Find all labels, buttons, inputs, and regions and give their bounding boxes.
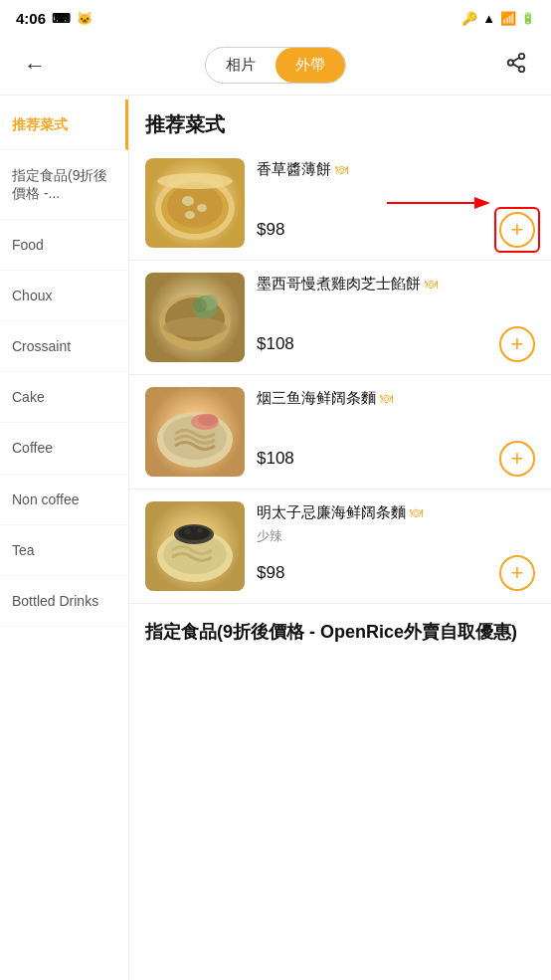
svg-point-11: [157, 173, 233, 189]
svg-point-7: [167, 184, 223, 228]
main-layout: 推荐菜式 指定食品(9折後價格 -... Food Choux Crossain…: [0, 96, 551, 980]
time-display: 4:06: [16, 10, 46, 27]
item3-info: 烟三鱼海鲜阔条麵 🍽 $108 +: [257, 387, 535, 477]
chef-icon-4: 🍽: [410, 505, 423, 520]
sandwich-image: [150, 278, 240, 357]
sidebar: 推荐菜式 指定食品(9折後價格 -... Food Choux Crossain…: [0, 96, 129, 980]
pizza-image: [150, 163, 240, 243]
tab-photos[interactable]: 相片: [206, 48, 276, 83]
sidebar-item-tea[interactable]: Tea: [0, 525, 128, 576]
section1-heading: 推荐菜式: [129, 96, 551, 146]
wifi-icon: ▲: [482, 11, 495, 26]
sidebar-item-coffee[interactable]: Coffee: [0, 423, 128, 474]
item4-name: 明太子忌廉海鲜阔条麵 🍽: [257, 501, 535, 522]
item3-image: [145, 387, 245, 477]
signal-icon: 📶: [500, 11, 516, 26]
svg-point-28: [185, 528, 191, 534]
pasta2-image: [150, 506, 240, 586]
sidebar-item-special[interactable]: 指定食品(9折後價格 -...: [0, 150, 128, 219]
sidebar-item-crossaint[interactable]: Crossaint: [0, 321, 128, 372]
menu-item: 墨西哥慢煮雞肉芝士餡餅 🍽 $108 +: [129, 261, 551, 375]
svg-point-9: [197, 204, 207, 212]
item1-name: 香草醬薄餅 🍽: [257, 158, 535, 179]
item1-image: [145, 158, 245, 248]
svg-point-29: [198, 528, 203, 533]
sidebar-item-choux[interactable]: Choux: [0, 271, 128, 321]
content-area: 推荐菜式 香草: [129, 96, 551, 980]
item4-info: 明太子忌廉海鲜阔条麵 🍽 少辣 $98 +: [257, 501, 535, 591]
svg-point-8: [182, 196, 194, 206]
sidebar-item-food[interactable]: Food: [0, 220, 128, 271]
item4-add-button[interactable]: +: [499, 555, 535, 591]
item2-price-row: $108 +: [257, 326, 535, 362]
svg-point-16: [163, 317, 227, 337]
sidebar-item-cake[interactable]: Cake: [0, 372, 128, 423]
chef-icon: 🍽: [335, 162, 348, 177]
item2-add-button[interactable]: +: [499, 326, 535, 362]
menu-item: 明太子忌廉海鲜阔条麵 🍽 少辣 $98 +: [129, 490, 551, 604]
item1-add-button[interactable]: +: [499, 212, 535, 248]
keyboard-icon: ⌨: [52, 11, 71, 26]
item3-price-row: $108 +: [257, 441, 535, 477]
cat-icon: 🐱: [77, 11, 92, 26]
status-time: 4:06 ⌨ 🐱: [16, 10, 92, 27]
svg-point-19: [193, 298, 207, 312]
status-icons: 🔑 ▲ 📶 🔋: [461, 11, 535, 26]
sidebar-item-recommended[interactable]: 推荐菜式: [0, 99, 128, 150]
sidebar-item-non-coffee[interactable]: Non coffee: [0, 475, 128, 525]
item2-price: $108: [257, 334, 294, 354]
svg-point-10: [185, 211, 195, 219]
item1-price: $98: [257, 220, 284, 240]
chef-icon-3: 🍽: [380, 391, 393, 406]
item1-add-container: +: [499, 212, 535, 248]
status-bar: 4:06 ⌨ 🐱 🔑 ▲ 📶 🔋: [0, 0, 551, 36]
item4-image: [145, 501, 245, 591]
tab-takeaway[interactable]: 外帶: [276, 48, 345, 83]
item2-image: [145, 273, 245, 362]
share-icon: [505, 52, 527, 74]
menu-item: 烟三鱼海鲜阔条麵 🍽 $108 +: [129, 375, 551, 490]
chef-icon-2: 🍽: [425, 277, 438, 292]
svg-line-4: [513, 58, 519, 62]
header: ← 相片 外帶: [0, 36, 551, 96]
item1-info: 香草醬薄餅 🍽 $98 +: [257, 158, 535, 248]
item2-name: 墨西哥慢煮雞肉芝士餡餅 🍽: [257, 273, 535, 294]
back-button[interactable]: ←: [16, 49, 54, 83]
item1-price-row: $98 +: [257, 212, 535, 248]
sidebar-item-bottled[interactable]: Bottled Drinks: [0, 576, 128, 627]
svg-point-30: [192, 526, 196, 530]
item2-info: 墨西哥慢煮雞肉芝士餡餅 🍽 $108 +: [257, 273, 535, 362]
share-button[interactable]: [497, 48, 535, 83]
tab-group: 相片 外帶: [205, 47, 346, 84]
pasta1-image: [150, 392, 240, 472]
menu-item: 香草醬薄餅 🍽 $98 +: [129, 146, 551, 261]
item4-price: $98: [257, 563, 284, 583]
key-icon: 🔑: [461, 11, 477, 26]
svg-point-23: [198, 414, 218, 426]
item3-price: $108: [257, 449, 294, 469]
item3-add-button[interactable]: +: [499, 441, 535, 477]
item3-name: 烟三鱼海鲜阔条麵 🍽: [257, 387, 535, 408]
svg-line-3: [513, 64, 519, 68]
battery-icon: 🔋: [521, 12, 535, 25]
section2-heading: 指定食品(9折後價格 - OpenRice外賣自取優惠): [129, 604, 551, 652]
item4-note: 少辣: [257, 527, 535, 545]
item4-price-row: $98 +: [257, 555, 535, 591]
